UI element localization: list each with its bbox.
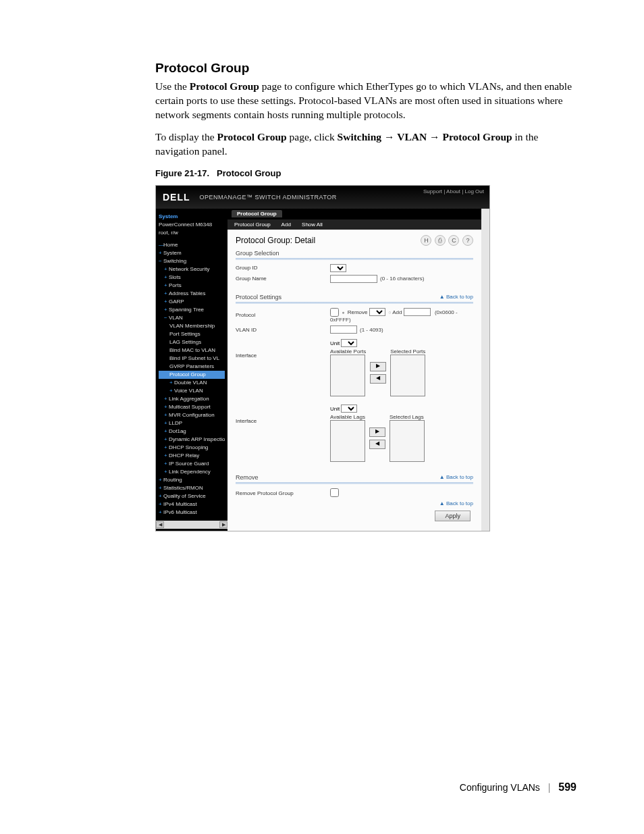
available-ports-listbox[interactable] <box>330 355 365 396</box>
label-group-name: Group Name <box>236 276 330 282</box>
tree-item[interactable]: +Double VLAN <box>159 379 225 387</box>
dell-logo: DELL <box>163 192 190 203</box>
sidebar-hscrollbar[interactable]: ◀ ▶ <box>156 521 227 529</box>
scroll-left-icon[interactable]: ◀ <box>156 521 164 528</box>
figure-number: Figure 21-17. <box>155 168 209 178</box>
tree-item[interactable]: +Dot1ag <box>159 427 225 436</box>
save-icon[interactable]: H <box>421 235 431 246</box>
tree-item[interactable]: —Home <box>159 241 225 249</box>
tree-item[interactable]: +Quality of Service <box>159 492 225 500</box>
section-heading: Protocol Group <box>155 61 576 76</box>
tree-item[interactable]: +Ports <box>159 282 225 290</box>
move-right-button[interactable]: ▶ <box>370 362 386 371</box>
tree-item-selected[interactable]: Protocol Group <box>159 371 225 379</box>
move-left-button[interactable]: ◀ <box>370 374 386 384</box>
tree-item[interactable]: Bind MAC to VLAN <box>159 346 225 355</box>
protocol-add-field[interactable] <box>404 308 431 316</box>
tree-plus-icon: + <box>164 444 169 452</box>
tree-plus-icon: + <box>159 509 163 517</box>
tree-item[interactable]: +IPv6 Multicast <box>159 509 225 517</box>
tree-item[interactable]: +Dynamic ARP Inspection <box>159 436 225 444</box>
section-protocol-settings: Protocol Settings ▲ Back to top <box>236 294 473 301</box>
tree-item[interactable]: +IPv4 Multicast <box>159 500 225 509</box>
tree-plus-icon: + <box>164 265 169 273</box>
back-to-top-link[interactable]: ▲ Back to top <box>439 294 473 300</box>
group-id-select[interactable] <box>330 264 346 272</box>
tree-item[interactable]: −VLAN <box>159 314 225 322</box>
tree-item[interactable]: +Link Dependency <box>159 468 225 476</box>
protocol-remove-select[interactable] <box>369 308 385 316</box>
paragraph-1: Use the Protocol Group page to configure… <box>155 80 576 122</box>
unit-select-lags[interactable] <box>341 405 357 413</box>
scroll-right-icon[interactable]: ▶ <box>219 521 227 528</box>
tree-item[interactable]: +Address Tables <box>159 290 225 298</box>
tree-item[interactable]: +Network Security <box>159 265 225 273</box>
tree-item[interactable]: +DHCP Relay <box>159 452 225 460</box>
back-to-top-link[interactable]: ▲ Back to top <box>439 474 473 480</box>
tree-plus-icon: + <box>164 282 169 290</box>
tree-plus-icon: + <box>164 436 169 444</box>
protocol-checkbox[interactable] <box>330 308 339 317</box>
vlan-id-field[interactable] <box>330 325 357 334</box>
tree-plus-icon: + <box>164 298 169 306</box>
divider <box>236 258 473 260</box>
refresh-icon[interactable]: C <box>448 235 459 246</box>
footer-page-number: 599 <box>558 781 576 793</box>
tree-item[interactable]: +Spanning Tree <box>159 306 225 314</box>
figure-caption: Figure 21-17. Protocol Group <box>155 168 576 178</box>
remove-protocol-group-checkbox[interactable] <box>330 488 339 497</box>
tree-item[interactable]: GVRP Parameters <box>159 363 225 371</box>
hint-group-name: (0 - 16 characters) <box>380 276 424 282</box>
main-vscrollbar[interactable] <box>481 209 489 531</box>
tree-item[interactable]: Bind IP Subnet to VL <box>159 355 225 363</box>
tree-item[interactable]: LAG Settings <box>159 338 225 346</box>
tree-item[interactable]: +Statistics/RMON <box>159 484 225 492</box>
tree-item[interactable]: Port Settings <box>159 330 225 338</box>
tree-item[interactable]: +Voice VLAN <box>159 387 225 395</box>
move-right-button[interactable]: ▶ <box>369 427 385 437</box>
nav-protocol-group: Protocol Group <box>442 131 512 142</box>
print-icon[interactable]: ⎙ <box>435 235 446 246</box>
text: To display the <box>155 131 217 142</box>
nav-switching: Switching <box>338 131 381 142</box>
help-icon[interactable]: ? <box>462 235 473 246</box>
selected-lags-listbox[interactable] <box>390 420 425 462</box>
available-lags-listbox[interactable] <box>330 420 365 462</box>
tabbar: Protocol Group <box>227 209 481 219</box>
tree-item[interactable]: +Link Aggregation <box>159 395 225 403</box>
apply-button[interactable]: Apply <box>435 511 471 521</box>
tree-item[interactable]: +MVR Configuration <box>159 411 225 419</box>
subtab-detail[interactable]: Protocol Group <box>234 221 271 228</box>
tree-item[interactable]: +System <box>159 249 225 257</box>
subtab-show-all[interactable]: Show All <box>302 221 323 228</box>
tree-item[interactable]: +Routing <box>159 476 225 484</box>
tree-item[interactable]: +DHCP Snooping <box>159 444 225 452</box>
tree-item[interactable]: +LLDP <box>159 419 225 427</box>
divider <box>236 482 473 484</box>
divider <box>236 302 473 304</box>
top-links[interactable]: Support | About | Log Out <box>423 188 484 194</box>
label-selected-lags: Selected Lags <box>390 414 425 420</box>
label-vlan-id: VLAN ID <box>236 327 330 333</box>
arrow: → <box>381 131 397 142</box>
tree-item[interactable]: +Slots <box>159 273 225 282</box>
tree-plus-icon: + <box>159 484 163 492</box>
label-group-id: Group ID <box>236 265 330 271</box>
group-name-field[interactable] <box>330 275 377 283</box>
tree-item[interactable]: −Switching <box>159 257 225 265</box>
tree-item[interactable]: +GARP <box>159 298 225 306</box>
tree-item[interactable]: VLAN Membership <box>159 322 225 330</box>
unit-select-ports[interactable] <box>341 339 357 347</box>
hint-vlan-id: (1 - 4093) <box>360 327 383 333</box>
tree-item[interactable]: +Multicast Support <box>159 403 225 411</box>
selected-ports-listbox[interactable] <box>390 355 425 396</box>
tree-plus-icon: + <box>159 249 163 257</box>
subtab-add[interactable]: Add <box>281 221 291 228</box>
tree-item[interactable]: +IP Source Guard <box>159 460 225 468</box>
move-left-button[interactable]: ◀ <box>369 440 385 449</box>
tab-protocol-group[interactable]: Protocol Group <box>232 210 282 217</box>
sidebar-system-heading: System <box>159 213 225 221</box>
back-to-top-link[interactable]: ▲ Back to top <box>439 500 473 506</box>
text: Use the <box>155 80 190 92</box>
tree-minus-icon: − <box>159 257 163 265</box>
